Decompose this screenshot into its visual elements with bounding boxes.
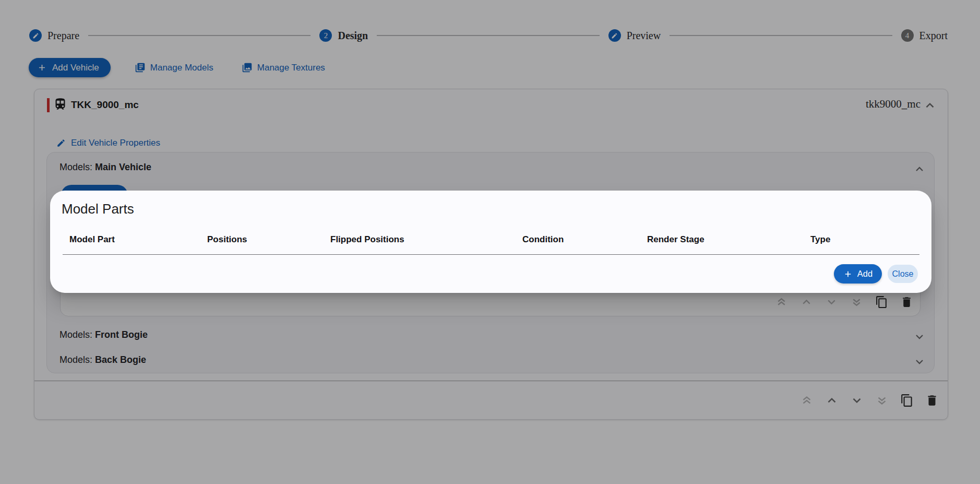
model-parts-dialog: Model Parts Model Part Positions Flipped… — [50, 191, 931, 293]
table-header-divider — [63, 254, 919, 255]
column-header-flipped-positions: Flipped Positions — [330, 234, 404, 245]
model-parts-table-header: Model Part Positions Flipped Positions C… — [50, 234, 931, 247]
add-model-part-button[interactable]: Add — [834, 264, 882, 284]
column-header-model-part: Model Part — [69, 234, 115, 245]
column-header-positions: Positions — [207, 234, 247, 245]
close-button-label: Close — [892, 269, 914, 279]
add-icon — [843, 269, 853, 279]
column-header-render-stage: Render Stage — [647, 234, 704, 245]
dialog-title: Model Parts — [62, 201, 134, 217]
close-dialog-button[interactable]: Close — [888, 265, 918, 283]
add-button-label: Add — [857, 269, 873, 279]
column-header-condition: Condition — [522, 234, 564, 245]
column-header-type: Type — [810, 234, 830, 245]
app-screen: Prepare 2 Design Preview 4 Export Add Ve… — [0, 0, 980, 484]
